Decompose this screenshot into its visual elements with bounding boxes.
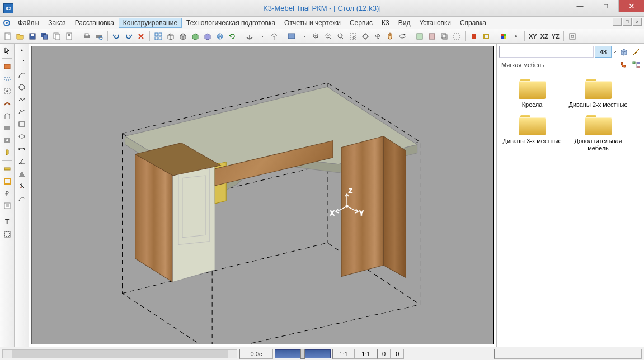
screen-icon[interactable] xyxy=(286,31,297,42)
list-icon[interactable] xyxy=(2,200,13,211)
library-folder[interactable]: Дополнительная мебель xyxy=(567,113,629,152)
zoom-all-icon[interactable] xyxy=(360,31,371,42)
currency-icon[interactable]: ₽ xyxy=(2,188,13,199)
profile-icon[interactable] xyxy=(2,86,13,97)
grid-icon[interactable] xyxy=(153,31,164,42)
status-slider[interactable] xyxy=(275,349,331,358)
marker-icon[interactable] xyxy=(2,147,13,158)
save-all-icon[interactable] xyxy=(39,31,50,42)
library-folder[interactable]: Диваны 2-х местные xyxy=(567,77,629,108)
undo-icon[interactable] xyxy=(111,31,122,42)
library-folder[interactable]: Кресла xyxy=(501,77,563,108)
arc-icon[interactable] xyxy=(16,69,27,81)
cursor-icon[interactable] xyxy=(2,45,13,56)
dimension-icon[interactable] xyxy=(16,143,27,154)
extrude-icon[interactable] xyxy=(2,110,13,121)
menu-технологическая подготовка[interactable]: Технологическая подготовка xyxy=(182,18,280,28)
clip-icon[interactable] xyxy=(451,31,462,42)
menu-справка[interactable]: Справка xyxy=(455,18,491,28)
gold-frame-icon[interactable] xyxy=(2,176,13,187)
phone-icon[interactable] xyxy=(618,59,629,70)
hatch-icon[interactable] xyxy=(2,229,13,240)
box-solid-icon[interactable] xyxy=(177,31,189,42)
library-count-badge[interactable]: 48 xyxy=(595,46,612,58)
box-green-icon[interactable] xyxy=(190,31,201,42)
dot-icon[interactable] xyxy=(510,31,521,42)
zoom-in-icon[interactable] xyxy=(311,31,322,42)
zoom-window-icon[interactable] xyxy=(347,31,359,42)
library-search-input[interactable] xyxy=(499,46,594,58)
gold-bar-icon[interactable] xyxy=(2,163,13,174)
pan-icon[interactable] xyxy=(372,31,383,42)
plane-xy-button[interactable]: XY xyxy=(528,33,538,40)
save-icon[interactable] xyxy=(27,31,38,42)
print-icon[interactable] xyxy=(81,31,92,42)
edge-icon[interactable] xyxy=(2,73,13,84)
angle-icon[interactable] xyxy=(16,155,27,167)
ellipse-icon[interactable] xyxy=(16,131,27,142)
line-icon[interactable] xyxy=(16,57,27,68)
red-flag-icon[interactable] xyxy=(468,31,480,42)
tree-icon[interactable] xyxy=(631,59,642,70)
text-icon[interactable]: T xyxy=(2,216,13,228)
refresh-icon[interactable] xyxy=(227,31,238,42)
zoom-fit-icon[interactable] xyxy=(335,31,346,42)
box-shaded-icon[interactable] xyxy=(202,31,213,42)
rect-icon[interactable] xyxy=(16,119,27,130)
snap-icon[interactable] xyxy=(269,31,280,42)
dropdown-icon[interactable] xyxy=(613,46,617,58)
layers-icon[interactable] xyxy=(439,31,450,42)
dropdown-icon[interactable] xyxy=(256,31,267,42)
extents-icon[interactable] xyxy=(567,31,578,42)
settings-icon[interactable] xyxy=(631,46,642,58)
menu-расстановка[interactable]: Расстановка xyxy=(70,18,119,28)
redo-icon[interactable] xyxy=(123,31,134,42)
close-button[interactable]: ✕ xyxy=(618,0,644,12)
library-category-tab[interactable]: Мягкая мебель xyxy=(499,60,617,69)
shade-icon[interactable] xyxy=(16,168,27,179)
new-file-icon[interactable] xyxy=(2,31,13,42)
mdi-minimize-button[interactable]: - xyxy=(613,18,622,26)
hole-icon[interactable] xyxy=(2,135,13,146)
yellow-flag-icon[interactable] xyxy=(481,31,492,42)
dropdown-icon[interactable] xyxy=(298,31,309,42)
spline-icon[interactable] xyxy=(16,94,27,105)
gear-icon[interactable] xyxy=(2,18,11,27)
menu-к3[interactable]: К3 xyxy=(377,18,394,28)
gray-panel-icon[interactable] xyxy=(2,122,13,134)
box-wire-icon[interactable] xyxy=(165,31,176,42)
curve-panel-icon[interactable] xyxy=(2,98,13,109)
menu-отчеты и чертежи[interactable]: Отчеты и чертежи xyxy=(280,18,345,28)
plane-xz-button[interactable]: XZ xyxy=(539,33,549,40)
menu-конструирование[interactable]: Конструирование xyxy=(119,18,182,28)
view-save-icon[interactable] xyxy=(414,31,425,42)
mdi-restore-button[interactable]: □ xyxy=(623,18,632,26)
globe-icon[interactable] xyxy=(214,31,225,42)
plane-yz-button[interactable]: YZ xyxy=(551,33,561,40)
trim-icon[interactable] xyxy=(16,180,27,191)
menu-установки[interactable]: Установки xyxy=(415,18,455,28)
menu-заказ[interactable]: Заказ xyxy=(44,18,70,28)
open-file-icon[interactable] xyxy=(15,31,26,42)
delete-icon[interactable] xyxy=(135,31,147,42)
panel-icon[interactable] xyxy=(2,61,13,72)
polyline-icon[interactable] xyxy=(16,106,27,117)
3d-viewport[interactable]: Z X Y xyxy=(31,46,494,344)
minimize-button[interactable]: — xyxy=(567,0,593,12)
print-preview-icon[interactable] xyxy=(93,31,105,42)
circle-icon[interactable] xyxy=(16,82,27,93)
copy-icon[interactable] xyxy=(51,31,63,42)
hand-icon[interactable] xyxy=(384,31,396,42)
mdi-close-button[interactable]: × xyxy=(633,18,642,26)
point-icon[interactable] xyxy=(16,45,27,56)
view-restore-icon[interactable] xyxy=(426,31,438,42)
axis-icon[interactable] xyxy=(244,31,255,42)
paste-icon[interactable] xyxy=(64,31,75,42)
horizontal-scrollbar[interactable] xyxy=(2,349,237,358)
rotate-icon[interactable] xyxy=(397,31,408,42)
zoom-out-icon[interactable] xyxy=(323,31,334,42)
menu-сервис[interactable]: Сервис xyxy=(345,18,377,28)
menu-файлы[interactable]: Файлы xyxy=(13,18,44,28)
color-picker-icon[interactable] xyxy=(498,31,509,42)
maximize-button[interactable]: □ xyxy=(593,0,618,12)
